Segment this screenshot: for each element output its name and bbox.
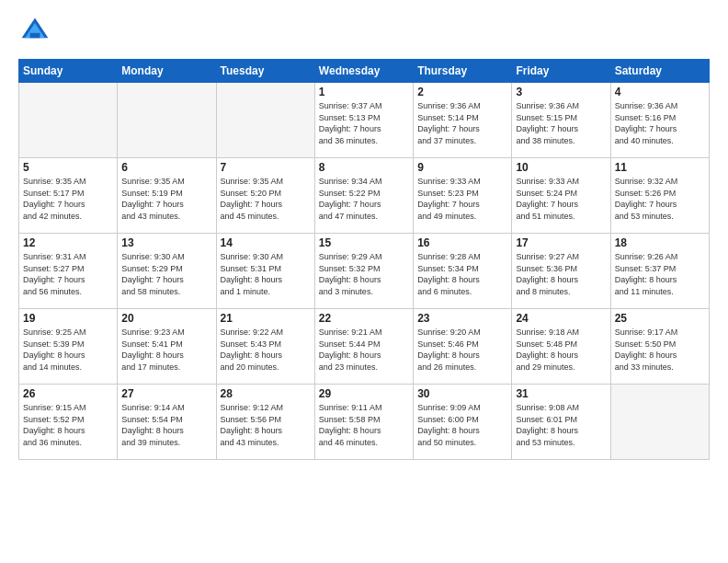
day-number: 19 bbox=[23, 312, 113, 325]
day-info: Sunrise: 9:36 AM Sunset: 5:15 PM Dayligh… bbox=[516, 100, 606, 146]
day-number: 15 bbox=[319, 236, 409, 249]
calendar-cell bbox=[19, 83, 118, 158]
day-info: Sunrise: 9:35 AM Sunset: 5:17 PM Dayligh… bbox=[23, 176, 113, 222]
day-info: Sunrise: 9:25 AM Sunset: 5:39 PM Dayligh… bbox=[23, 327, 113, 373]
calendar-header-row: SundayMondayTuesdayWednesdayThursdayFrid… bbox=[19, 60, 710, 83]
day-info: Sunrise: 9:35 AM Sunset: 5:20 PM Dayligh… bbox=[221, 176, 311, 222]
day-info: Sunrise: 9:31 AM Sunset: 5:27 PM Dayligh… bbox=[23, 251, 113, 297]
day-header-thursday: Thursday bbox=[414, 60, 512, 83]
calendar-cell bbox=[118, 83, 216, 158]
day-info: Sunrise: 9:18 AM Sunset: 5:48 PM Dayligh… bbox=[516, 327, 606, 373]
calendar-cell: 1Sunrise: 9:37 AM Sunset: 5:13 PM Daylig… bbox=[314, 83, 413, 158]
calendar-cell: 25Sunrise: 9:17 AM Sunset: 5:50 PM Dayli… bbox=[610, 309, 709, 385]
day-number: 4 bbox=[615, 86, 705, 98]
calendar-cell: 20Sunrise: 9:23 AM Sunset: 5:41 PM Dayli… bbox=[118, 309, 216, 385]
week-row-5: 26Sunrise: 9:15 AM Sunset: 5:52 PM Dayli… bbox=[19, 385, 710, 460]
day-info: Sunrise: 9:08 AM Sunset: 6:01 PM Dayligh… bbox=[516, 402, 606, 448]
day-header-wednesday: Wednesday bbox=[314, 60, 413, 83]
calendar-table: SundayMondayTuesdayWednesdayThursdayFrid… bbox=[18, 59, 710, 460]
calendar-cell: 17Sunrise: 9:27 AM Sunset: 5:36 PM Dayli… bbox=[512, 234, 610, 309]
day-info: Sunrise: 9:11 AM Sunset: 5:58 PM Dayligh… bbox=[319, 402, 409, 448]
calendar-cell: 24Sunrise: 9:18 AM Sunset: 5:48 PM Dayli… bbox=[512, 309, 610, 385]
calendar-cell: 12Sunrise: 9:31 AM Sunset: 5:27 PM Dayli… bbox=[19, 234, 118, 309]
day-number: 20 bbox=[121, 312, 211, 325]
day-number: 21 bbox=[221, 312, 311, 325]
day-number: 16 bbox=[417, 236, 507, 249]
day-number: 17 bbox=[516, 236, 606, 249]
day-number: 7 bbox=[221, 161, 311, 174]
day-info: Sunrise: 9:27 AM Sunset: 5:36 PM Dayligh… bbox=[516, 251, 606, 297]
calendar-cell: 28Sunrise: 9:12 AM Sunset: 5:56 PM Dayli… bbox=[216, 385, 314, 460]
day-info: Sunrise: 9:26 AM Sunset: 5:37 PM Dayligh… bbox=[615, 251, 705, 297]
day-info: Sunrise: 9:22 AM Sunset: 5:43 PM Dayligh… bbox=[221, 327, 311, 373]
calendar-cell: 15Sunrise: 9:29 AM Sunset: 5:32 PM Dayli… bbox=[314, 234, 413, 309]
calendar-cell: 13Sunrise: 9:30 AM Sunset: 5:29 PM Dayli… bbox=[118, 234, 216, 309]
week-row-2: 5Sunrise: 9:35 AM Sunset: 5:17 PM Daylig… bbox=[19, 158, 710, 234]
week-row-4: 19Sunrise: 9:25 AM Sunset: 5:39 PM Dayli… bbox=[19, 309, 710, 385]
calendar-cell: 31Sunrise: 9:08 AM Sunset: 6:01 PM Dayli… bbox=[512, 385, 610, 460]
day-info: Sunrise: 9:15 AM Sunset: 5:52 PM Dayligh… bbox=[23, 402, 113, 448]
day-number: 11 bbox=[615, 161, 705, 174]
day-number: 14 bbox=[221, 236, 311, 249]
day-number: 2 bbox=[417, 86, 507, 98]
day-number: 24 bbox=[516, 312, 606, 325]
day-header-saturday: Saturday bbox=[610, 60, 709, 83]
calendar-cell: 5Sunrise: 9:35 AM Sunset: 5:17 PM Daylig… bbox=[19, 158, 118, 234]
day-number: 29 bbox=[319, 387, 409, 400]
logo bbox=[18, 15, 57, 48]
day-number: 26 bbox=[23, 387, 113, 400]
page-header bbox=[18, 15, 710, 48]
calendar-cell: 30Sunrise: 9:09 AM Sunset: 6:00 PM Dayli… bbox=[414, 385, 512, 460]
day-info: Sunrise: 9:17 AM Sunset: 5:50 PM Dayligh… bbox=[615, 327, 705, 373]
calendar-cell: 8Sunrise: 9:34 AM Sunset: 5:22 PM Daylig… bbox=[314, 158, 413, 234]
calendar-cell: 19Sunrise: 9:25 AM Sunset: 5:39 PM Dayli… bbox=[19, 309, 118, 385]
logo-icon bbox=[18, 15, 51, 48]
day-number: 5 bbox=[23, 161, 113, 174]
day-number: 30 bbox=[417, 387, 507, 400]
day-number: 23 bbox=[417, 312, 507, 325]
day-info: Sunrise: 9:28 AM Sunset: 5:34 PM Dayligh… bbox=[417, 251, 507, 297]
day-header-monday: Monday bbox=[118, 60, 216, 83]
day-info: Sunrise: 9:36 AM Sunset: 5:14 PM Dayligh… bbox=[417, 100, 507, 146]
calendar-cell: 10Sunrise: 9:33 AM Sunset: 5:24 PM Dayli… bbox=[512, 158, 610, 234]
week-row-3: 12Sunrise: 9:31 AM Sunset: 5:27 PM Dayli… bbox=[19, 234, 710, 309]
day-number: 9 bbox=[417, 161, 507, 174]
day-info: Sunrise: 9:14 AM Sunset: 5:54 PM Dayligh… bbox=[121, 402, 211, 448]
day-info: Sunrise: 9:21 AM Sunset: 5:44 PM Dayligh… bbox=[319, 327, 409, 373]
calendar-cell: 21Sunrise: 9:22 AM Sunset: 5:43 PM Dayli… bbox=[216, 309, 314, 385]
day-info: Sunrise: 9:32 AM Sunset: 5:26 PM Dayligh… bbox=[615, 176, 705, 222]
calendar-cell: 22Sunrise: 9:21 AM Sunset: 5:44 PM Dayli… bbox=[314, 309, 413, 385]
day-info: Sunrise: 9:37 AM Sunset: 5:13 PM Dayligh… bbox=[319, 100, 409, 146]
day-info: Sunrise: 9:23 AM Sunset: 5:41 PM Dayligh… bbox=[121, 327, 211, 373]
day-number: 12 bbox=[23, 236, 113, 249]
calendar-cell: 2Sunrise: 9:36 AM Sunset: 5:14 PM Daylig… bbox=[414, 83, 512, 158]
day-info: Sunrise: 9:33 AM Sunset: 5:24 PM Dayligh… bbox=[516, 176, 606, 222]
day-number: 27 bbox=[121, 387, 211, 400]
calendar-cell: 16Sunrise: 9:28 AM Sunset: 5:34 PM Dayli… bbox=[414, 234, 512, 309]
calendar-cell: 6Sunrise: 9:35 AM Sunset: 5:19 PM Daylig… bbox=[118, 158, 216, 234]
calendar-cell: 23Sunrise: 9:20 AM Sunset: 5:46 PM Dayli… bbox=[414, 309, 512, 385]
day-header-friday: Friday bbox=[512, 60, 610, 83]
calendar-cell: 26Sunrise: 9:15 AM Sunset: 5:52 PM Dayli… bbox=[19, 385, 118, 460]
day-info: Sunrise: 9:33 AM Sunset: 5:23 PM Dayligh… bbox=[417, 176, 507, 222]
calendar-cell: 11Sunrise: 9:32 AM Sunset: 5:26 PM Dayli… bbox=[610, 158, 709, 234]
day-header-tuesday: Tuesday bbox=[216, 60, 314, 83]
svg-rect-2 bbox=[30, 33, 40, 38]
calendar-cell bbox=[610, 385, 709, 460]
day-info: Sunrise: 9:35 AM Sunset: 5:19 PM Dayligh… bbox=[121, 176, 211, 222]
day-number: 25 bbox=[615, 312, 705, 325]
day-info: Sunrise: 9:34 AM Sunset: 5:22 PM Dayligh… bbox=[319, 176, 409, 222]
calendar-cell: 14Sunrise: 9:30 AM Sunset: 5:31 PM Dayli… bbox=[216, 234, 314, 309]
day-info: Sunrise: 9:30 AM Sunset: 5:31 PM Dayligh… bbox=[221, 251, 311, 297]
calendar-cell: 9Sunrise: 9:33 AM Sunset: 5:23 PM Daylig… bbox=[414, 158, 512, 234]
calendar-cell: 4Sunrise: 9:36 AM Sunset: 5:16 PM Daylig… bbox=[610, 83, 709, 158]
day-info: Sunrise: 9:29 AM Sunset: 5:32 PM Dayligh… bbox=[319, 251, 409, 297]
calendar-cell bbox=[216, 83, 314, 158]
day-number: 6 bbox=[121, 161, 211, 174]
day-number: 22 bbox=[319, 312, 409, 325]
day-header-sunday: Sunday bbox=[19, 60, 118, 83]
week-row-1: 1Sunrise: 9:37 AM Sunset: 5:13 PM Daylig… bbox=[19, 83, 710, 158]
day-number: 31 bbox=[516, 387, 606, 400]
calendar-cell: 27Sunrise: 9:14 AM Sunset: 5:54 PM Dayli… bbox=[118, 385, 216, 460]
day-number: 18 bbox=[615, 236, 705, 249]
